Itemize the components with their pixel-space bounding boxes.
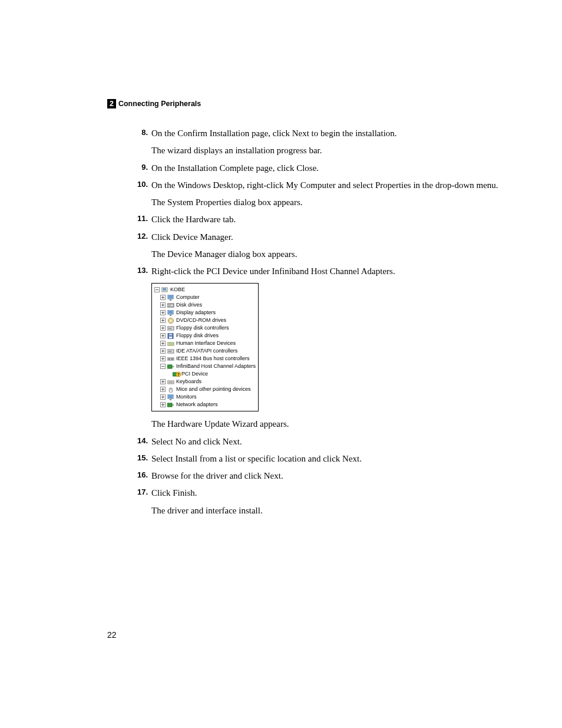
step-text: Click the Hardware tab. [151, 213, 503, 226]
svg-rect-23 [167, 358, 174, 360]
step-10: 10. On the Windows Desktop, right-click … [138, 179, 503, 210]
tree-label: PCI Device [181, 370, 208, 378]
tree-label: Display adapters [176, 309, 216, 317]
tree-label: IDE ATA/ATAPI controllers [176, 347, 237, 355]
network-icon [167, 364, 174, 370]
svg-rect-4 [170, 299, 171, 301]
step-number: 9. [137, 162, 148, 173]
step-15: 15. Select Install from a list or specif… [138, 452, 503, 466]
step-number: 13. [137, 265, 148, 276]
tree-node: Computer [154, 294, 256, 301]
tree-node: InfiniBand Host Channel Adapters [154, 363, 256, 370]
step-13: 13. Right-click the PCI Device under Inf… [138, 265, 503, 278]
tree-label: Computer [176, 294, 200, 301]
tree-node: Human Interface Devices [154, 340, 256, 347]
page-number: 22 [107, 630, 117, 640]
step-16: 16. Browse for the driver and click Next… [138, 469, 503, 483]
step-text: Select No and click Next. [151, 435, 503, 449]
network-icon [167, 402, 174, 408]
keyboard-icon [167, 379, 174, 385]
svg-rect-14 [170, 328, 171, 329]
svg-point-25 [171, 358, 173, 360]
root-icon [161, 287, 168, 293]
tree-label: KOBE [170, 286, 185, 294]
page: 2Connecting Peripherals 8. On the Confir… [0, 0, 562, 728]
tree-label: Network adapters [176, 401, 218, 409]
tree-node: Monitors [154, 393, 256, 401]
step-text: On the Windows Desktop, right-click My C… [151, 179, 503, 192]
step-text: Browse for the driver and click Next. [151, 469, 503, 483]
svg-rect-9 [170, 315, 171, 316]
step-text: On the Confirm Installation page, click … [151, 127, 503, 140]
running-header: 2Connecting Peripherals [107, 99, 201, 108]
bus-icon [167, 356, 174, 362]
step-number: 12. [137, 230, 148, 242]
chapter-chip: 2 [107, 99, 116, 108]
step-number: 16. [137, 469, 148, 481]
step-text: Click Device Manager. [151, 230, 503, 244]
svg-point-11 [170, 320, 171, 321]
tree-label: InfiniBand Host Channel Adapters [176, 363, 256, 370]
svg-rect-1 [163, 288, 166, 291]
tree-root: KOBE [154, 286, 256, 294]
step-number: 15. [137, 452, 148, 464]
mouse-icon [167, 387, 174, 393]
tree-node: Floppy disk controllers [154, 324, 256, 332]
step-number: 17. [137, 486, 148, 498]
step-text: The Hardware Update Wizard appears. [151, 417, 503, 431]
tree-label: Monitors [176, 393, 197, 401]
svg-rect-8 [168, 311, 173, 314]
svg-rect-17 [169, 337, 172, 338]
controller-icon [167, 325, 174, 331]
svg-rect-16 [169, 334, 172, 335]
after-figure-note: The Hardware Update Wizard appears. [138, 417, 503, 431]
disk-icon [167, 302, 174, 308]
svg-rect-27 [172, 366, 174, 367]
tree-label: Floppy disk drives [176, 332, 219, 340]
pci-warn-icon: ? [173, 371, 180, 377]
tree-label: IEEE 1394 Bus host controllers [176, 355, 250, 363]
step-number: 14. [137, 435, 148, 447]
tree-child: ?PCI Device [154, 370, 256, 378]
step-text: The Device Manager dialog box appears. [151, 248, 503, 261]
step-9: 9. On the Installation Complete page, cl… [138, 162, 503, 175]
svg-rect-22 [170, 351, 171, 352]
floppy-icon [167, 333, 174, 339]
step-number: 8. [137, 127, 148, 139]
content: 8. On the Confirm Installation page, cli… [138, 127, 503, 521]
tree-label: DVD/CD-ROM drives [176, 317, 226, 324]
tree-node: IDE ATA/ATAPI controllers [154, 347, 256, 355]
step-12: 12. Click Device Manager. The Device Man… [138, 230, 503, 262]
tree-node: Network adapters [154, 401, 256, 409]
controller-icon [167, 348, 174, 354]
tree-node: DVD/CD-ROM drives [154, 317, 256, 324]
svg-rect-39 [172, 404, 174, 406]
svg-rect-13 [168, 328, 170, 329]
chapter-title: Connecting Peripherals [118, 100, 201, 108]
step-11: 11. Click the Hardware tab. [138, 213, 503, 226]
svg-rect-37 [170, 399, 171, 400]
monitor-icon [167, 295, 174, 301]
tree-node: IEEE 1394 Bus host controllers [154, 355, 256, 363]
step-text: Right-click the PCI Device under Infinib… [151, 265, 503, 278]
svg-point-6 [171, 304, 173, 306]
step-text: Click Finish. [151, 486, 503, 500]
step-8: 8. On the Confirm Installation page, cli… [138, 127, 503, 158]
svg-rect-38 [167, 403, 172, 407]
step-text: Select Install from a list or specific l… [151, 452, 503, 466]
step-text: On the Installation Complete page, click… [151, 162, 503, 175]
cd-icon [167, 318, 174, 324]
svg-rect-21 [168, 351, 170, 352]
svg-rect-36 [168, 395, 173, 398]
tree-label: Human Interface Devices [176, 340, 236, 347]
svg-point-24 [168, 358, 170, 360]
step-14: 14. Select No and click Next. [138, 435, 503, 449]
tree-node: Mice and other pointing devices [154, 386, 256, 393]
tree-label: Floppy disk controllers [176, 324, 229, 332]
tree-node: Keyboards [154, 378, 256, 386]
tree-node: Floppy disk drives [154, 332, 256, 340]
monitor-icon [167, 394, 174, 400]
step-text: The driver and interface install. [151, 504, 503, 518]
device-manager-figure: KOBEComputerDisk drivesDisplay adaptersD… [151, 283, 259, 411]
tree-node: Disk drives [154, 301, 256, 309]
